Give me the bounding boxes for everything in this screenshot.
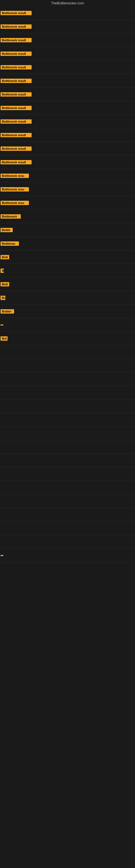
table-row xyxy=(0,467,135,481)
table-row xyxy=(0,427,135,440)
table-row: Bottler xyxy=(0,305,135,318)
bottleneck-badge: Bottleneck xyxy=(1,214,21,219)
bottleneck-badge: Bottleneck result xyxy=(1,106,32,110)
bottleneck-badge xyxy=(1,324,3,326)
table-row: Bottleneck xyxy=(0,210,135,223)
bottleneck-badge: Bottleneck result xyxy=(1,79,32,83)
table-row: Bottleneck result xyxy=(0,88,135,101)
table-row: Bottleneck result xyxy=(0,20,135,33)
table-row: Bottleneck resu xyxy=(0,169,135,183)
site-title: TheBottlenecker.com xyxy=(0,0,135,6)
table-row xyxy=(0,522,135,535)
table-row xyxy=(0,440,135,454)
bottleneck-badge xyxy=(1,555,3,556)
bottleneck-badge: Bot xyxy=(1,336,8,341)
table-row: Bottleneck result xyxy=(0,128,135,142)
table-row: Bottle xyxy=(0,223,135,237)
table-row: Bottlenec xyxy=(0,237,135,250)
bottleneck-badge: Bottleneck result xyxy=(1,119,32,124)
table-row: B xyxy=(0,264,135,278)
table-row xyxy=(0,413,135,427)
bottleneck-badge: Bott xyxy=(1,255,9,259)
table-row: Bottleneck resu xyxy=(0,183,135,196)
bottleneck-badge: Bottlenec xyxy=(1,241,19,246)
table-row: Bottleneck result xyxy=(0,47,135,61)
table-row: Bottleneck result xyxy=(0,6,135,20)
table-row xyxy=(0,318,135,332)
table-row: Bot xyxy=(0,332,135,345)
table-row: Bott xyxy=(0,250,135,264)
table-row: Bottleneck result xyxy=(0,142,135,155)
table-row: Bottleneck result xyxy=(0,61,135,74)
bottleneck-badge: Bottleneck result xyxy=(1,160,32,164)
table-row xyxy=(0,549,135,562)
bottleneck-badge: Bo xyxy=(1,296,5,300)
bottleneck-badge: Bottleneck result xyxy=(1,38,32,42)
bottleneck-badge: Bottleneck result xyxy=(1,147,32,151)
table-row xyxy=(0,481,135,495)
bottleneck-badge: Bottler xyxy=(1,309,14,314)
table-row: Bottleneck result xyxy=(0,155,135,169)
bottleneck-badge: Bottleneck result xyxy=(1,52,32,56)
table-row xyxy=(0,495,135,508)
bottleneck-badge: Bottleneck result xyxy=(1,11,32,15)
table-row: Bott xyxy=(0,278,135,291)
table-row xyxy=(0,345,135,359)
table-row xyxy=(0,535,135,549)
table-row xyxy=(0,372,135,386)
table-row: Bottleneck result xyxy=(0,115,135,128)
table-row: Bottleneck result xyxy=(0,74,135,88)
bottleneck-badge: Bottleneck result xyxy=(1,133,32,137)
table-row xyxy=(0,386,135,400)
bottleneck-badge: Bottleneck result xyxy=(1,65,32,69)
table-row xyxy=(0,400,135,413)
table-row xyxy=(0,454,135,467)
bottleneck-badge: Bottleneck resu xyxy=(1,187,29,191)
bottleneck-badge: Bottleneck result xyxy=(1,92,32,97)
table-row: Bottleneck result xyxy=(0,33,135,47)
bottleneck-badge: Bottle xyxy=(1,228,13,232)
bottleneck-badge: Bottleneck result xyxy=(1,24,32,29)
table-row xyxy=(0,508,135,522)
bottleneck-badge: Bott xyxy=(1,282,9,286)
bottleneck-badge: Bottleneck resu xyxy=(1,201,29,205)
table-row: Bo xyxy=(0,291,135,305)
table-row xyxy=(0,359,135,372)
table-row: Bottleneck resu xyxy=(0,196,135,210)
table-row: Bottleneck result xyxy=(0,101,135,115)
bottleneck-badge: Bottleneck resu xyxy=(1,174,29,178)
bottleneck-badge: B xyxy=(1,269,4,273)
